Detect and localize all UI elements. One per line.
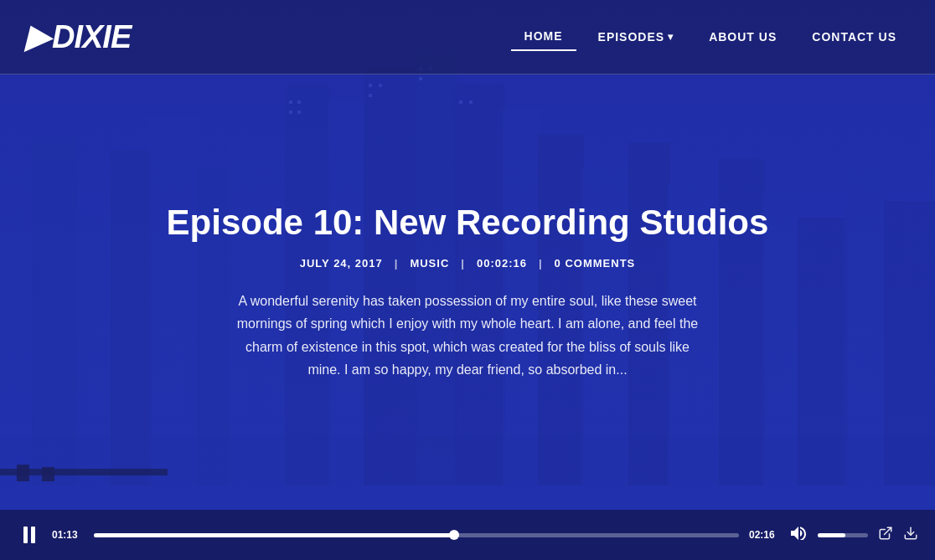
- progress-fill: [94, 533, 455, 537]
- nav-contact[interactable]: CONTACT US: [798, 23, 910, 50]
- episode-category: MUSIC: [410, 257, 449, 270]
- download-button[interactable]: [903, 526, 918, 545]
- svg-line-40: [885, 527, 891, 534]
- episode-date: JULY 24, 2017: [300, 257, 383, 270]
- meta-sep3: |: [539, 257, 543, 270]
- hero-content: Episode 10: New Recording Studios JULY 2…: [0, 74, 935, 510]
- volume-button[interactable]: [791, 527, 808, 543]
- episode-comments: 0 COMMENTS: [555, 257, 636, 270]
- nav-home[interactable]: HOME: [511, 23, 576, 51]
- logo-arrow: ▶: [25, 18, 49, 55]
- logo-text: Dixie: [52, 19, 131, 54]
- episode-duration: 00:02:16: [477, 257, 527, 270]
- share-button[interactable]: [878, 526, 893, 545]
- nav: HOME EPISODES ABOUT US CONTACT US: [511, 23, 910, 51]
- meta-sep2: |: [461, 257, 465, 270]
- logo: ▶Dixie: [25, 18, 131, 55]
- total-time: 02:16: [749, 529, 781, 541]
- episode-title: Episode 10: New Recording Studios: [167, 203, 769, 242]
- pause-button[interactable]: [17, 527, 42, 543]
- header: ▶Dixie HOME EPISODES ABOUT US CONTACT US: [0, 0, 935, 74]
- nav-episodes[interactable]: EPISODES: [585, 23, 688, 50]
- volume-bar[interactable]: [818, 533, 868, 537]
- nav-about[interactable]: ABOUT US: [695, 23, 790, 50]
- episode-meta: JULY 24, 2017 | MUSIC | 00:02:16 | 0 COM…: [300, 257, 636, 270]
- audio-player: 01:13 02:16: [0, 510, 935, 560]
- meta-sep1: |: [395, 257, 399, 270]
- volume-fill: [818, 533, 845, 537]
- episode-description: A wonderful serenity has taken possessio…: [233, 290, 702, 381]
- progress-bar[interactable]: [94, 533, 739, 537]
- current-time: 01:13: [52, 529, 84, 541]
